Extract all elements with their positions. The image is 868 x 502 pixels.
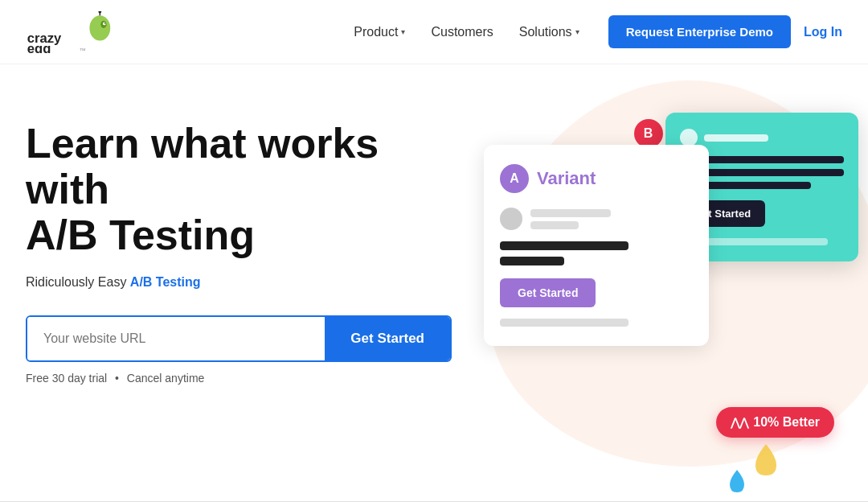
blue-drop-icon	[728, 468, 746, 494]
variant-a-text: Variant	[537, 168, 596, 189]
hero-text-block: Learn what works with A/B Testing Ridicu…	[26, 113, 460, 385]
url-input[interactable]	[27, 317, 325, 360]
svg-point-5	[98, 11, 101, 13]
hero-illustration: B Variant Get Started A Variant	[460, 113, 842, 502]
navigation: crazy egg ™ Product ▾ Customers Solution…	[0, 0, 868, 64]
login-button[interactable]: Log In	[804, 25, 842, 39]
better-badge: ⋀⋀ 10% Better	[716, 407, 834, 438]
svg-point-3	[104, 23, 105, 23]
svg-text:™: ™	[79, 47, 85, 53]
nav-solutions[interactable]: Solutions ▾	[510, 19, 589, 46]
chevron-down-icon: ▾	[575, 27, 579, 36]
chevron-down-icon: ▾	[401, 27, 405, 36]
logo[interactable]: crazy egg ™	[26, 11, 122, 53]
svg-point-0	[89, 15, 110, 40]
chevrons-up-icon: ⋀⋀	[731, 416, 748, 429]
variant-a-badge: A	[500, 164, 529, 193]
variant-a-cta[interactable]: Get Started	[500, 278, 596, 307]
get-started-button[interactable]: Get Started	[325, 317, 450, 360]
yellow-drop-icon	[754, 442, 778, 478]
nav-customers[interactable]: Customers	[421, 19, 502, 46]
variant-a-label: A Variant	[500, 164, 693, 193]
url-input-row: Get Started	[26, 315, 452, 362]
hero-subtitle: Ridiculously Easy A/B Testing	[26, 275, 460, 290]
variant-b-badge: B	[634, 119, 663, 148]
nav-product[interactable]: Product ▾	[344, 19, 415, 46]
trial-info: Free 30 day trial • Cancel anytime	[26, 372, 460, 385]
variant-a-card: A Variant Get Started	[484, 145, 709, 346]
request-demo-button[interactable]: Request Enterprise Demo	[608, 15, 791, 48]
nav-links: Product ▾ Customers Solutions ▾	[344, 19, 588, 46]
svg-text:egg: egg	[27, 41, 51, 53]
hero-title: Learn what works with A/B Testing	[26, 121, 460, 259]
hero-section: Learn what works with A/B Testing Ridicu…	[0, 64, 868, 502]
